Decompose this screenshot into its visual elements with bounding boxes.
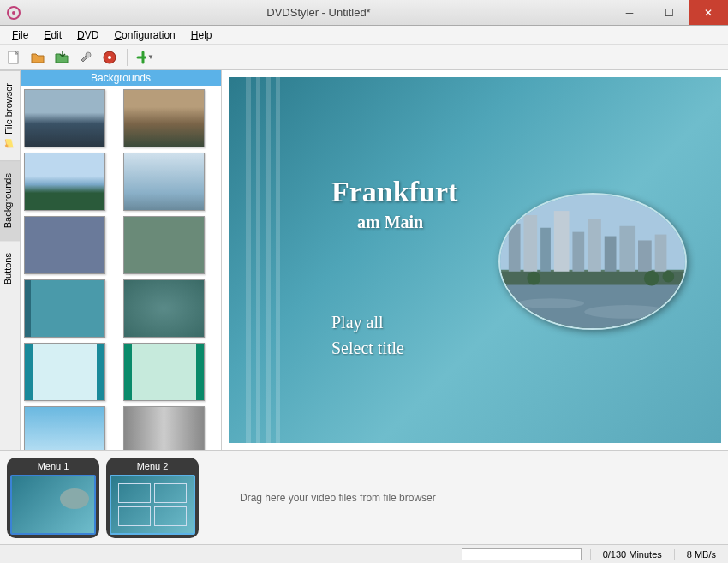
close-button[interactable]: ✕: [689, 0, 728, 25]
svg-point-21: [584, 305, 668, 319]
svg-rect-13: [588, 219, 601, 274]
menu-configuration[interactable]: Configuration: [107, 27, 182, 43]
svg-point-24: [662, 271, 674, 283]
menu-file[interactable]: File: [5, 27, 35, 43]
svg-rect-17: [655, 235, 667, 274]
add-button[interactable]: ▼: [134, 47, 155, 68]
dropdown-caret-icon: ▼: [147, 53, 154, 61]
browser-panel: Backgrounds: [21, 70, 222, 450]
svg-point-20: [517, 298, 585, 308]
background-thumb[interactable]: [24, 406, 105, 450]
status-rate: 8 MB/s: [674, 549, 728, 560]
main-area: 📁 File browser Backgrounds Buttons Backg…: [0, 70, 728, 450]
menu-thumb-2[interactable]: Menu 2: [106, 458, 199, 538]
settings-button[interactable]: [75, 47, 96, 68]
save-button[interactable]: [51, 47, 72, 68]
menu-thumb-1[interactable]: Menu 1: [7, 458, 99, 538]
background-thumb[interactable]: [123, 216, 205, 274]
svg-rect-11: [554, 211, 570, 274]
timeline-drop-hint: Drag here your video files from file bro…: [206, 492, 721, 504]
sidetab-backgrounds[interactable]: Backgrounds: [0, 160, 20, 240]
side-tabs: 📁 File browser Backgrounds Buttons: [0, 70, 21, 450]
menu-edit[interactable]: Edit: [37, 27, 69, 43]
menu-bar: File Edit DVD Configuration Help: [0, 26, 728, 45]
svg-point-1: [12, 11, 15, 15]
status-bar: 0/130 Minutes 8 MB/s: [0, 544, 728, 563]
status-duration: 0/130 Minutes: [590, 549, 674, 560]
new-doc-button[interactable]: [3, 47, 24, 68]
thumbnail-grid[interactable]: [21, 86, 221, 450]
open-folder-button[interactable]: [27, 47, 48, 68]
sidetab-file-browser[interactable]: 📁 File browser: [0, 70, 20, 160]
svg-rect-9: [523, 215, 537, 274]
background-thumb[interactable]: [24, 153, 105, 211]
maximize-button[interactable]: ☐: [649, 0, 689, 25]
svg-rect-14: [605, 237, 617, 274]
menu-image-oval[interactable]: [498, 193, 687, 330]
svg-rect-15: [619, 226, 635, 274]
window-title: DVDStyler - Untitled*: [27, 6, 610, 19]
background-thumb[interactable]: [123, 89, 205, 147]
burn-disc-button[interactable]: [99, 47, 120, 68]
svg-point-3: [86, 52, 91, 57]
toolbar-separator: [127, 49, 128, 66]
svg-rect-12: [572, 232, 584, 274]
svg-point-22: [527, 272, 540, 285]
menu-button-select-title[interactable]: Select title: [331, 338, 404, 358]
background-thumb[interactable]: [123, 153, 205, 211]
decorative-stripes: [246, 77, 280, 443]
menu-thumb-preview: [110, 475, 195, 535]
menu-dvd[interactable]: DVD: [70, 27, 105, 43]
background-thumb[interactable]: [123, 406, 205, 450]
background-thumb[interactable]: [24, 89, 105, 147]
title-bar: DVDStyler - Untitled* ─ ☐ ✕: [0, 0, 728, 26]
canvas-area: Frankfurt am Main Play all Select title: [222, 70, 728, 450]
background-thumb[interactable]: [24, 279, 105, 338]
svg-rect-10: [540, 228, 551, 274]
sidetab-buttons[interactable]: Buttons: [0, 240, 20, 296]
app-icon: [5, 4, 22, 21]
svg-rect-16: [638, 240, 652, 273]
menu-thumb-label: Menu 1: [38, 461, 69, 471]
menu-help[interactable]: Help: [184, 27, 219, 43]
svg-point-23: [644, 271, 659, 286]
menu-title[interactable]: Frankfurt: [331, 176, 457, 208]
svg-rect-8: [509, 224, 521, 274]
toolbar: ▼: [0, 45, 728, 70]
menu-button-play-all[interactable]: Play all: [331, 313, 384, 332]
minimize-button[interactable]: ─: [610, 0, 649, 25]
background-thumb[interactable]: [24, 216, 105, 274]
background-thumb[interactable]: [123, 343, 205, 401]
svg-point-5: [108, 56, 111, 59]
timeline[interactable]: Menu 1 Menu 2 Drag here your video files…: [0, 450, 728, 544]
menu-thumb-preview: [10, 475, 96, 535]
background-thumb[interactable]: [123, 279, 205, 338]
menu-thumb-label: Menu 2: [137, 461, 169, 471]
dvd-menu-canvas[interactable]: Frankfurt am Main Play all Select title: [229, 77, 721, 443]
background-thumb[interactable]: [24, 343, 105, 401]
browser-header: Backgrounds: [21, 70, 221, 86]
status-progress: [462, 548, 582, 560]
menu-subtitle[interactable]: am Main: [357, 213, 423, 232]
